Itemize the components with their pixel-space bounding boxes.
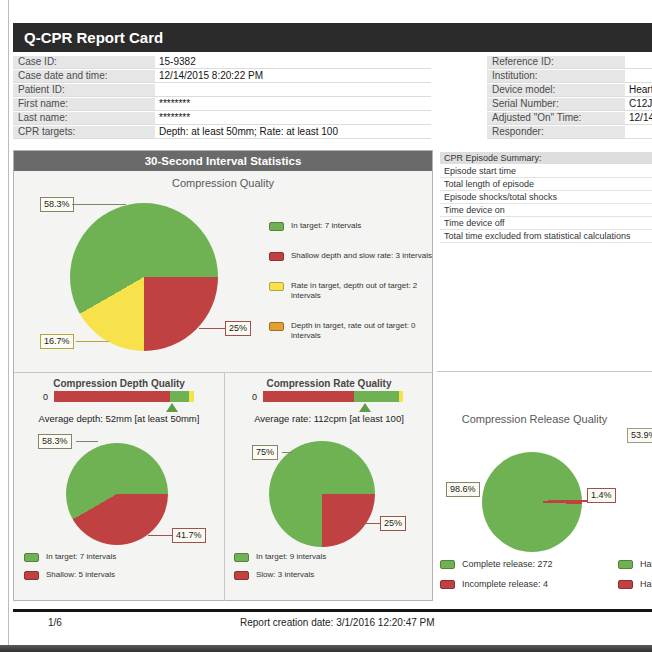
- legend-item: Complete release: 272: [440, 559, 615, 570]
- legend-label: Complete release: 272: [462, 559, 553, 570]
- legend-color-chip: [269, 252, 284, 261]
- legend-color-chip: [618, 580, 633, 589]
- compression-quality-pie: [70, 203, 218, 351]
- divider: [224, 373, 225, 601]
- pie-callout-complete-release: 98.6%: [446, 482, 480, 497]
- callout-leader-line: [548, 500, 588, 502]
- depth-gauge-caption: Average depth: 52mm [at least 50mm]: [14, 413, 224, 424]
- legend-label: Shallow depth and slow rate: 3 intervals: [291, 251, 432, 261]
- depth-gauge-bar: [54, 391, 194, 402]
- chart-title-compression-depth-quality: Compression Depth Quality: [14, 378, 224, 389]
- field-label: Case date and time:: [13, 70, 155, 82]
- depth-gauge-zero-label: 0: [38, 392, 48, 402]
- pie-callout-slow: 25%: [380, 516, 406, 531]
- callout-leader-line: [76, 341, 109, 342]
- gauge-segment: [399, 391, 403, 402]
- depth-gauge-marker: [166, 403, 178, 412]
- field-label: Case ID:: [13, 56, 155, 68]
- rate-gauge-zero-label: 0: [247, 392, 257, 402]
- field-label: Last name:: [13, 112, 155, 124]
- info-row: Adjusted "On" Time:12/14/2: [487, 112, 652, 125]
- compression-rate-pie: [269, 441, 375, 547]
- page-left-border: [8, 0, 9, 645]
- section-header: 30-Second Interval Statistics: [14, 151, 432, 171]
- legend-label: Hand: [640, 559, 652, 570]
- episode-summary-row: Time device off: [440, 217, 652, 230]
- episode-summary-header: CPR Episode Summary:: [440, 152, 652, 164]
- qcpr-report-page: Q-CPR Report Card Case ID:15-9382 Case d…: [0, 0, 652, 652]
- compression-depth-legend: In target: 7 intervalsShallow: 5 interva…: [24, 552, 219, 588]
- callout-leader-line: [76, 441, 98, 442]
- legend-color-chip: [269, 282, 284, 291]
- field-label: Patient ID:: [13, 84, 155, 96]
- gauge-segment: [354, 391, 399, 402]
- divider: [14, 372, 432, 373]
- legend-color-chip: [24, 571, 39, 580]
- legend-label: Incomplete release: 4: [462, 579, 548, 590]
- gauge-segment: [54, 391, 170, 402]
- legend-label: Depth in target, rate out of target: 0 i…: [291, 321, 434, 341]
- episode-summary-row: Episode start time: [440, 165, 652, 178]
- rate-gauge-bar: [263, 391, 403, 402]
- footer-separator: [13, 609, 652, 612]
- legend-color-chip: [440, 580, 455, 589]
- info-row: First name:********: [13, 98, 431, 111]
- callout-leader-line: [199, 328, 225, 329]
- field-label: First name:: [13, 98, 155, 110]
- info-row: Case date and time:12/14/2015 8:20:22 PM: [13, 70, 431, 83]
- field-value: [625, 70, 652, 82]
- pie-callout-shallow: 41.7%: [172, 528, 206, 543]
- report-creation-date: Report creation date: 3/1/2016 12:20:47 …: [240, 617, 435, 628]
- episode-summary-table: CPR Episode Summary: Episode start time …: [440, 152, 652, 243]
- episode-summary-row: Total time excluded from statistical cal…: [440, 230, 652, 243]
- field-value: [625, 126, 652, 138]
- legend-color-chip: [24, 553, 39, 562]
- legend-item: Hand: [618, 559, 652, 570]
- legend-item: Hand: [618, 579, 652, 590]
- field-label: Reference ID:: [487, 56, 625, 68]
- field-value: 15-9382: [155, 56, 431, 68]
- info-row: CPR targets:Depth: at least 50mm; Rate: …: [13, 126, 431, 139]
- field-value: ********: [155, 112, 431, 124]
- legend-color-chip: [234, 571, 249, 580]
- legend-label: Rate in target, depth out of target: 2 i…: [291, 281, 434, 301]
- legend-item: Shallow depth and slow rate: 3 intervals: [269, 251, 434, 261]
- info-row: Patient ID:: [13, 84, 431, 97]
- page-number: 1/6: [48, 617, 62, 628]
- case-info-table: Case ID:15-9382 Case date and time:12/14…: [13, 56, 431, 140]
- legend-item: In target: 7 intervals: [269, 221, 434, 231]
- field-label: Institution:: [487, 70, 625, 82]
- divider: [437, 371, 652, 372]
- info-row: Institution:: [487, 70, 652, 83]
- info-row: Reference ID:: [487, 56, 652, 69]
- pie-callout-rate-in-depth-out: 16.7%: [40, 334, 74, 349]
- info-row: Device model:HeartS: [487, 84, 652, 97]
- pie-callout-depth-in-target: 58.3%: [38, 434, 72, 449]
- rate-gauge-marker: [359, 403, 371, 412]
- field-label: Adjusted "On" Time:: [487, 112, 625, 124]
- compression-quality-legend: In target: 7 intervalsShallow depth and …: [269, 221, 434, 361]
- field-value: Depth: at least 50mm; Rate: at least 100: [155, 126, 431, 138]
- rate-gauge-caption: Average rate: 112cpm [at least 100]: [224, 413, 434, 424]
- legend-item: Shallow: 5 intervals: [24, 570, 219, 580]
- field-value: 12/14/2: [625, 112, 652, 124]
- pie-callout-in-target: 58.3%: [40, 197, 74, 212]
- compression-rate-legend: In target: 9 intervalsSlow: 3 intervals: [234, 552, 429, 588]
- gauge-segment: [170, 391, 189, 402]
- pie-callout-truncated-chart: 53.9%: [627, 428, 652, 443]
- field-label: Responder:: [487, 126, 625, 138]
- legend-label: In target: 7 intervals: [291, 221, 361, 231]
- info-row: Responder:: [487, 126, 652, 139]
- legend-label: Slow: 3 intervals: [256, 570, 314, 580]
- field-value: [625, 56, 652, 68]
- chart-title-compression-release-quality: Compression Release Quality: [437, 413, 632, 425]
- legend-color-chip: [440, 560, 455, 569]
- episode-summary-row: Episode shocks/total shocks: [440, 191, 652, 204]
- callout-leader-line: [148, 535, 172, 536]
- device-info-table: Reference ID: Institution: Device model:…: [487, 56, 652, 140]
- legend-label: Shallow: 5 intervals: [46, 570, 115, 580]
- episode-summary-row: Time device on: [440, 204, 652, 217]
- chart-title-compression-rate-quality: Compression Rate Quality: [224, 378, 434, 389]
- legend-label: In target: 7 intervals: [46, 552, 116, 562]
- callout-leader-line: [282, 452, 292, 453]
